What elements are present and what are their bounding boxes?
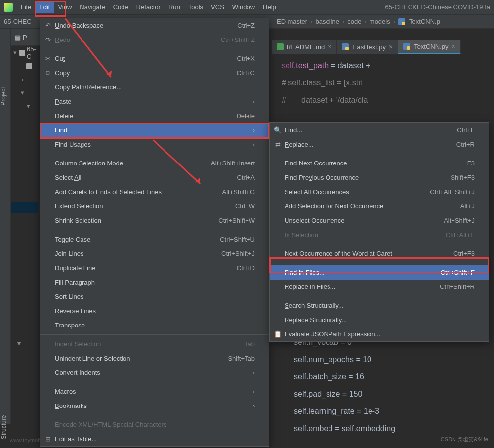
breadcrumb-part[interactable]: code: [347, 18, 361, 25]
menu-item-unselect-occurrence[interactable]: Unselect OccurrenceAlt+Shift+J: [270, 213, 489, 228]
menu-item-macros[interactable]: Macros›: [40, 384, 269, 399]
menu-item-delete[interactable]: DeleteDelete: [40, 109, 269, 123]
submenu-arrow-icon: ›: [253, 126, 255, 134]
menu-item-sort-lines[interactable]: Sort Lines: [40, 289, 269, 304]
menu-item-add-carets-to-ends-of-selected-lines[interactable]: Add Carets to Ends of Selected LinesAlt+…: [40, 185, 269, 199]
menu-item-label: Sort Lines: [55, 293, 84, 300]
app-icon: [4, 3, 13, 12]
menu-item-label: Find Next Occurrence: [285, 160, 347, 167]
menu-item-label: Copy: [55, 69, 70, 77]
menu-item-convert-indents[interactable]: Convert Indents›: [40, 366, 269, 380]
code-editor[interactable]: self.test_path = dataset +# self.class_l…: [282, 57, 370, 109]
structure-tool-button[interactable]: Structure: [0, 415, 7, 440]
menu-navigate[interactable]: Navigate: [76, 1, 109, 13]
menu-window[interactable]: Window: [228, 1, 259, 13]
menu-item-bookmarks[interactable]: Bookmarks›: [40, 399, 269, 413]
menu-item-label: Duplicate Line: [55, 264, 95, 272]
menu-item-next-occurrence-of-the-word-at-caret[interactable]: Next Occurrence of the Word at CaretCtrl…: [270, 246, 489, 261]
close-icon[interactable]: ×: [452, 42, 455, 50]
py-file-icon: [342, 43, 349, 50]
menu-vcs[interactable]: VCS: [207, 1, 228, 13]
menu-item-copy[interactable]: ⧉CopyCtrl+C: [40, 66, 269, 80]
menu-item-fill-paragraph[interactable]: Fill Paragraph: [40, 275, 269, 289]
menu-item-label: Paste: [55, 98, 71, 105]
menu-item-unindent-line-or-selection[interactable]: Unindent Line or SelectionShift+Tab: [40, 351, 269, 366]
tab-textcnn-py[interactable]: TextCNN.py×: [398, 40, 461, 54]
submenu-arrow-icon: ›: [253, 98, 255, 105]
menu-item-shrink-selection[interactable]: Shrink SelectionCtrl+Shift+W: [40, 213, 269, 228]
menu-item-join-lines[interactable]: Join LinesCtrl+Shift+J: [40, 246, 269, 261]
shortcut: Ctrl+Shift+U: [220, 236, 255, 243]
submenu-arrow-icon: ›: [253, 402, 255, 409]
menu-code[interactable]: Code: [109, 1, 132, 13]
menu-item-select-all[interactable]: Select AllCtrl+A: [40, 170, 269, 185]
tab-label: TextCNN.py: [414, 43, 448, 50]
menu-view[interactable]: View: [54, 1, 76, 13]
breadcrumb-part[interactable]: models: [370, 18, 390, 25]
menu-item-find[interactable]: 🔍Find...Ctrl+F: [270, 123, 489, 137]
tab-fasttext-py[interactable]: FastText.py×: [337, 40, 398, 54]
menu-item-label: Replace Structurally...: [285, 316, 347, 324]
shortcut: Alt+Shift+J: [444, 217, 475, 224]
menubar: FileEditViewNavigateCodeRefactorRunTools…: [0, 0, 494, 15]
menu-icon: ✂: [44, 55, 52, 62]
menu-tools[interactable]: Tools: [184, 1, 207, 13]
menu-item-label: Find: [55, 126, 67, 134]
menu-item-edit-as-table[interactable]: ⊞Edit as Table...: [40, 432, 269, 446]
menu-item-reverse-lines[interactable]: Reverse Lines: [40, 304, 269, 318]
submenu-arrow-icon: ›: [253, 388, 255, 395]
menu-item-find-usages[interactable]: Find Usages›: [40, 137, 269, 152]
menu-file[interactable]: File: [17, 1, 35, 13]
menu-item-find[interactable]: Find›: [40, 123, 269, 137]
menu-item-paste[interactable]: Paste›: [40, 94, 269, 109]
shortcut: Alt+J: [460, 203, 475, 210]
project-tree[interactable]: ▾65-C › ▾ ▾: [11, 46, 41, 213]
shortcut: Alt+Shift+Insert: [211, 160, 255, 167]
menu-item-copy-path-reference[interactable]: Copy Path/Reference...: [40, 80, 269, 94]
menu-item-label: Find Previous Occurrence: [285, 174, 359, 181]
menu-item-toggle-case[interactable]: Toggle CaseCtrl+Shift+U: [40, 232, 269, 246]
menu-item-label: Join Lines: [55, 250, 84, 257]
close-icon[interactable]: ×: [328, 43, 331, 51]
md-file-icon: [277, 43, 284, 50]
breadcrumb-part[interactable]: TextCNN.p: [409, 18, 440, 25]
menu-item-label: Bookmarks: [55, 402, 87, 409]
menu-run[interactable]: Run: [165, 1, 184, 13]
breadcrumb-root[interactable]: 65-CHEC: [4, 18, 32, 25]
menu-item-evaluate-jsonpath-expression[interactable]: 📋Evaluate JSONPath Expression...: [270, 327, 489, 341]
menu-edit[interactable]: Edit: [35, 1, 54, 13]
menu-item-replace[interactable]: ⇄Replace...Ctrl+R: [270, 137, 489, 152]
shortcut: Ctrl+Shift+J: [221, 250, 255, 257]
menu-help[interactable]: Help: [259, 1, 280, 13]
collapse-icon[interactable]: ▾: [17, 339, 21, 347]
shortcut: Ctrl+D: [237, 264, 255, 272]
shortcut: Ctrl+R: [456, 141, 475, 148]
menu-item-find-in-files[interactable]: Find in Files...Ctrl+Shift+F: [270, 265, 489, 280]
menu-icon: ⇄: [274, 141, 282, 148]
tab-readme-md[interactable]: README.md×: [272, 40, 337, 54]
menu-item-label: Replace in Files...: [285, 283, 335, 290]
code-editor-continued[interactable]: self.n_vocab = 0self.num_epochs = 10self…: [294, 333, 395, 437]
project-tool-button[interactable]: Project: [0, 87, 7, 105]
menu-item-extend-selection[interactable]: Extend SelectionCtrl+W: [40, 199, 269, 213]
menu-item-label: Evaluate JSONPath Expression...: [285, 330, 380, 338]
menu-item-find-next-occurrence[interactable]: Find Next OccurrenceF3: [270, 156, 489, 170]
menu-item-replace-structurally[interactable]: Replace Structurally...: [270, 313, 489, 327]
menu-item-search-structurally[interactable]: Search Structurally...: [270, 298, 489, 313]
breadcrumb-part[interactable]: ED-master: [277, 18, 307, 25]
close-icon[interactable]: ×: [389, 43, 393, 51]
menu-item-duplicate-line[interactable]: Duplicate LineCtrl+D: [40, 261, 269, 275]
menu-refactor[interactable]: Refactor: [132, 1, 165, 13]
menu-item-find-previous-occurrence[interactable]: Find Previous OccurrenceShift+F3: [270, 170, 489, 185]
menu-item-label: Unselect Occurrence: [285, 217, 344, 224]
menu-item-replace-in-files[interactable]: Replace in Files...Ctrl+Shift+R: [270, 280, 489, 294]
menu-item-label: Unindent Line or Selection: [55, 355, 130, 362]
menu-item-select-all-occurrences[interactable]: Select All OccurrencesCtrl+Alt+Shift+J: [270, 185, 489, 199]
menu-item-add-selection-for-next-occurrence[interactable]: Add Selection for Next OccurrenceAlt+J: [270, 199, 489, 213]
edit-menu-dropdown: ↶Undo BackspaceCtrl+Z↷RedoCtrl+Shift+Z✂C…: [40, 18, 269, 447]
breadcrumb-part[interactable]: baseline: [315, 18, 339, 25]
menu-item-transpose[interactable]: Transpose: [40, 318, 269, 332]
shortcut: Shift+Tab: [228, 355, 255, 362]
menu-item-column-selection-mode[interactable]: Column Selection ModeAlt+Shift+Insert: [40, 156, 269, 170]
menu-item-cut[interactable]: ✂CutCtrl+X: [40, 51, 269, 66]
